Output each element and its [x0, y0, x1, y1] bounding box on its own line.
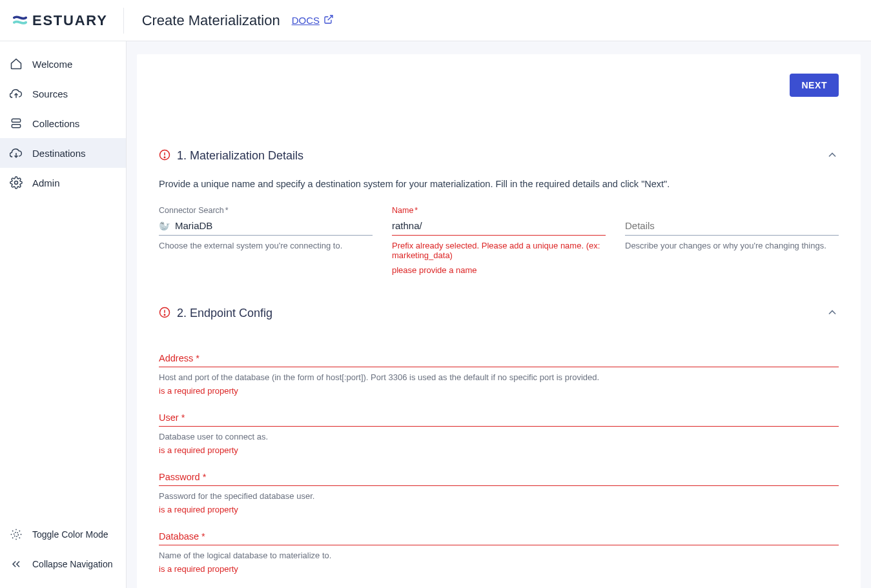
sidebar-item-label: Destinations: [32, 148, 86, 159]
svg-line-11: [12, 538, 13, 538]
page-title: Create Materialization: [142, 12, 280, 29]
field-help: Choose the external system you're connec…: [159, 241, 373, 250]
home-icon: [9, 57, 23, 71]
app-header: ESTUARY Create Materialization DOCS: [0, 0, 871, 41]
logo[interactable]: ESTUARY: [13, 8, 124, 34]
sidebar-item-collections[interactable]: Collections: [0, 108, 126, 138]
sidebar-item-label: Sources: [32, 88, 68, 99]
svg-line-7: [12, 531, 13, 531]
upload-cloud-icon: [9, 86, 23, 101]
svg-point-18: [164, 314, 165, 316]
chevron-up-icon: [826, 148, 839, 163]
address-input[interactable]: [159, 365, 839, 367]
address-field: Address * Host and port of the database …: [159, 353, 839, 396]
connector-input[interactable]: [175, 220, 373, 231]
database-input[interactable]: [159, 543, 839, 545]
collapse-icon: [9, 557, 23, 571]
main-content: NEXT 1. Materialization Details Provide …: [127, 41, 871, 588]
svg-point-3: [15, 181, 18, 185]
svg-line-0: [328, 15, 333, 20]
user-input[interactable]: [159, 424, 839, 427]
field-label: Connector Search*: [159, 206, 373, 215]
field-error: is a required property: [159, 445, 839, 455]
svg-point-15: [164, 157, 165, 158]
sidebar: Welcome Sources Collections Destinations: [0, 41, 127, 588]
database-icon: [9, 116, 23, 130]
svg-line-12: [19, 531, 20, 531]
svg-line-8: [19, 538, 20, 538]
field-help: Describe your changes or why you're chan…: [625, 241, 839, 250]
section-title: 1. Materialization Details: [177, 149, 303, 163]
field-help: Database user to connect as.: [159, 432, 839, 441]
sidebar-item-label: Collapse Navigation: [32, 559, 113, 569]
svg-point-4: [14, 532, 19, 537]
field-label: Address *: [159, 353, 839, 363]
docs-link[interactable]: DOCS: [292, 14, 334, 26]
field-label: Database *: [159, 531, 839, 542]
sidebar-item-label: Toggle Color Mode: [32, 529, 108, 540]
field-error: is a required property: [159, 386, 839, 396]
sidebar-item-welcome[interactable]: Welcome: [0, 49, 126, 79]
field-help: Name of the logical database to material…: [159, 551, 839, 560]
logo-mark-icon: [13, 14, 27, 28]
field-label: [625, 206, 839, 215]
section-desc: Provide a unique name and specify a dest…: [159, 179, 839, 189]
sun-icon: [9, 527, 23, 542]
sidebar-item-sources[interactable]: Sources: [0, 79, 126, 108]
alert-circle-icon: [159, 307, 170, 320]
chevron-up-icon: [826, 306, 839, 321]
user-field: User * Database user to connect as. is a…: [159, 412, 839, 455]
field-error: is a required property: [159, 505, 839, 514]
details-input-wrap[interactable]: [625, 219, 839, 236]
sidebar-item-label: Collections: [32, 118, 79, 129]
form-card: NEXT 1. Materialization Details Provide …: [137, 54, 861, 588]
field-error: please provide a name: [392, 265, 606, 275]
logo-text: ESTUARY: [32, 12, 108, 29]
sidebar-item-admin[interactable]: Admin: [0, 168, 126, 198]
password-field: Password * Password for the specified da…: [159, 472, 839, 514]
connector-search-input[interactable]: 🦭: [159, 219, 373, 236]
field-error: is a required property: [159, 564, 839, 574]
field-help: Prefix already selected. Please add a un…: [392, 241, 606, 260]
next-button[interactable]: NEXT: [790, 74, 839, 97]
details-field: Describe your changes or why you're chan…: [625, 206, 839, 275]
details-input[interactable]: [625, 220, 839, 231]
name-input[interactable]: [392, 220, 606, 231]
sidebar-item-label: Welcome: [32, 59, 72, 70]
name-field: Name* Prefix already selected. Please ad…: [392, 206, 606, 275]
download-cloud-icon: [9, 146, 23, 160]
sidebar-item-label: Admin: [32, 177, 60, 188]
gear-icon: [9, 176, 23, 190]
field-label: Name*: [392, 206, 606, 215]
field-label: User *: [159, 412, 839, 423]
alert-circle-icon: [159, 149, 170, 163]
svg-rect-2: [12, 125, 20, 128]
sidebar-toggle-color-mode[interactable]: Toggle Color Mode: [0, 520, 126, 549]
mariadb-icon: 🦭: [159, 221, 170, 231]
field-help: Password for the specified database user…: [159, 491, 839, 501]
name-input-wrap[interactable]: [392, 219, 606, 236]
password-input[interactable]: [159, 483, 839, 486]
connector-field: Connector Search* 🦭 Choose the external …: [159, 206, 373, 275]
field-label: Password *: [159, 472, 839, 482]
sidebar-item-destinations[interactable]: Destinations: [0, 138, 126, 168]
field-help: Host and port of the database (in the fo…: [159, 372, 839, 382]
section-header-endpoint[interactable]: 2. Endpoint Config: [159, 306, 839, 321]
svg-rect-1: [12, 119, 20, 122]
section-title: 2. Endpoint Config: [177, 307, 272, 320]
section-header-details[interactable]: 1. Materialization Details: [159, 148, 839, 163]
sidebar-collapse-nav[interactable]: Collapse Navigation: [0, 549, 126, 579]
external-link-icon: [323, 14, 334, 26]
database-field: Database * Name of the logical database …: [159, 531, 839, 574]
docs-label: DOCS: [292, 15, 320, 26]
